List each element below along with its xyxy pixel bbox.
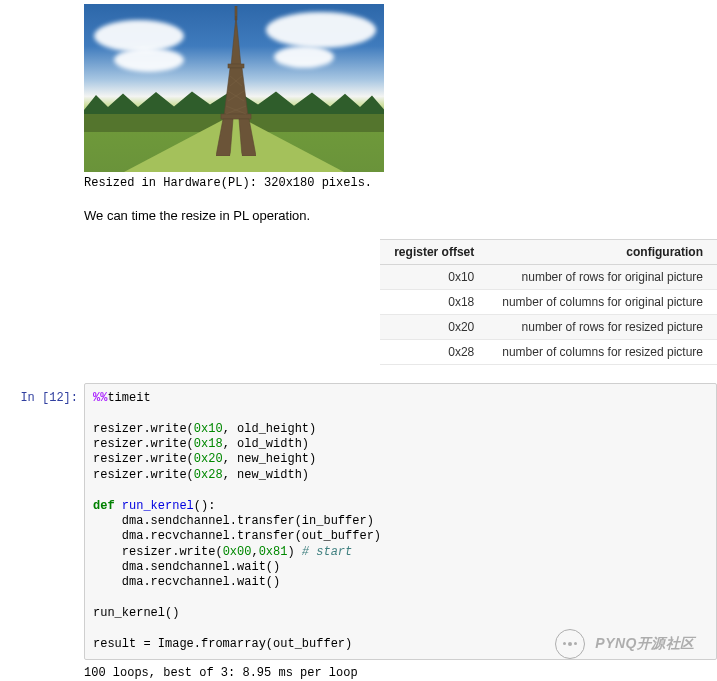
resized-image: [84, 4, 384, 172]
svg-rect-4: [221, 114, 251, 119]
cell-config: number of columns for original picture: [488, 290, 717, 315]
code-token: [115, 499, 122, 513]
code-token: , old_height): [223, 422, 317, 436]
svg-rect-2: [228, 64, 244, 68]
code-token: 0x20: [194, 452, 223, 466]
cell-offset: 0x20: [380, 315, 488, 340]
code-token: 0x81: [259, 545, 288, 559]
svg-marker-6: [239, 119, 256, 156]
watermark-text: PYNQ开源社区: [595, 635, 695, 653]
code-token: resizer.write(: [93, 452, 194, 466]
dot: [568, 642, 572, 646]
code-token: result = Image.fromarray(out_buffer): [93, 637, 352, 651]
cloud: [266, 12, 376, 48]
code-token: 0x28: [194, 468, 223, 482]
svg-marker-5: [216, 119, 233, 156]
cell-output: Resized in Hardware(PL): 320x180 pixels.…: [84, 0, 717, 383]
code-token: 0x00: [223, 545, 252, 559]
code-input[interactable]: %%timeit resizer.write(0x10, old_height)…: [84, 383, 717, 660]
table-row: 0x18 number of columns for original pict…: [380, 290, 717, 315]
watermark: PYNQ开源社区: [555, 629, 695, 659]
code-token: dma.recvchannel.transfer(out_buffer): [93, 529, 381, 543]
code-token: dma.recvchannel.wait(): [93, 575, 280, 589]
register-table: register offset configuration 0x10 numbe…: [380, 239, 717, 365]
code-token: 0x18: [194, 437, 223, 451]
col-configuration: configuration: [488, 240, 717, 265]
code-token: run_kernel: [122, 499, 194, 513]
cell-offset: 0x18: [380, 290, 488, 315]
table-row: 0x20 number of rows for resized picture: [380, 315, 717, 340]
svg-marker-1: [231, 16, 241, 66]
wechat-icon: [555, 629, 585, 659]
dot: [563, 642, 566, 645]
cell-offset: 0x10: [380, 265, 488, 290]
code-token: ():: [194, 499, 216, 513]
code-token: resizer.write(: [93, 545, 223, 559]
code-token: , new_width): [223, 468, 309, 482]
cell-config: number of rows for original picture: [488, 265, 717, 290]
code-token: run_kernel(): [93, 606, 179, 620]
code-token: %%: [93, 391, 107, 405]
code-token: ): [287, 545, 301, 559]
code-token: resizer.write(: [93, 468, 194, 482]
cell-config: number of columns for resized picture: [488, 340, 717, 365]
cell-offset: 0x28: [380, 340, 488, 365]
cloud: [94, 20, 184, 52]
table-header-row: register offset configuration: [380, 240, 717, 265]
code-token: dma.sendchannel.wait(): [93, 560, 280, 574]
eiffel-tower-icon: [216, 6, 256, 156]
code-token: resizer.write(: [93, 422, 194, 436]
table-row: 0x10 number of rows for original picture: [380, 265, 717, 290]
code-token: def: [93, 499, 115, 513]
col-register-offset: register offset: [380, 240, 488, 265]
cloud: [114, 48, 184, 72]
code-token: timeit: [107, 391, 150, 405]
cell-config: number of rows for resized picture: [488, 315, 717, 340]
dot: [574, 642, 577, 645]
exec-output: 100 loops, best of 3: 8.95 ms per loop: [84, 660, 717, 680]
code-token: resizer.write(: [93, 437, 194, 451]
code-token: dma.sendchannel.transfer(in_buffer): [93, 514, 374, 528]
body-text: We can time the resize in PL operation.: [84, 208, 717, 223]
cloud: [274, 46, 334, 68]
input-prompt: In [12]:: [0, 383, 84, 660]
svg-marker-3: [224, 68, 248, 116]
code-cell: In [12]: %%timeit resizer.write(0x10, ol…: [0, 383, 717, 660]
code-token: , old_width): [223, 437, 309, 451]
image-caption: Resized in Hardware(PL): 320x180 pixels.: [84, 176, 717, 190]
table-row: 0x28 number of columns for resized pictu…: [380, 340, 717, 365]
code-token: # start: [302, 545, 352, 559]
code-token: , new_height): [223, 452, 317, 466]
code-token: ,: [251, 545, 258, 559]
code-token: 0x10: [194, 422, 223, 436]
